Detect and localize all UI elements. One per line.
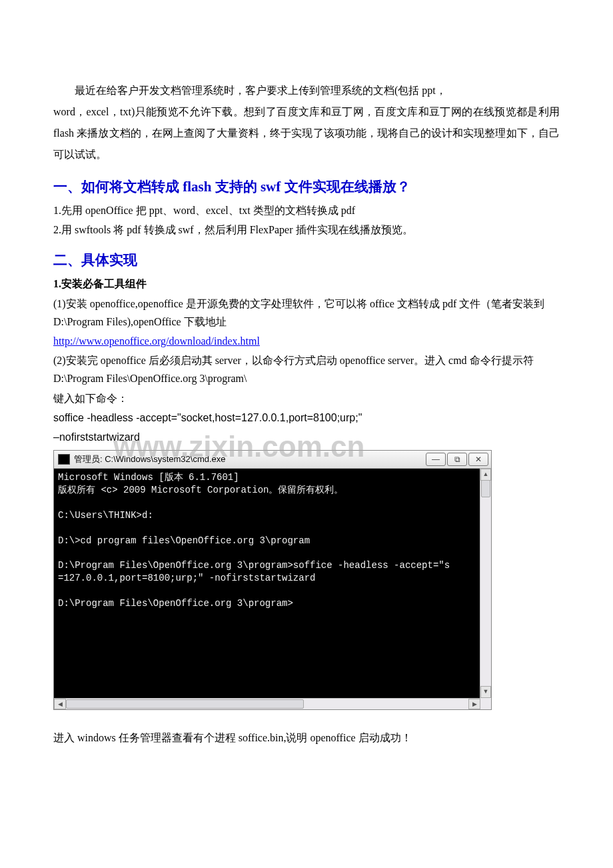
cmd-titlebar[interactable]: 管理员: C:\Windows\system32\cmd.exe — ⧉ ✕ [54,451,491,469]
resize-grip-icon[interactable] [480,699,491,709]
command-line-1: soffice -headless -accept="socket,host=1… [53,409,560,427]
horizontal-scrollbar[interactable]: ◀ ▶ [54,698,480,709]
cmd-output: Microsoft Windows [版本 6.1.7601] 版权所有 <c>… [54,469,480,698]
intro-line-1: 最近在给客户开发文档管理系统时，客户要求上传到管理系统的文档(包括 ppt， [53,80,560,101]
step-1-p3: 键入如下命令： [53,389,560,407]
section-1-title: 一、如何将文档转成 flash 支持的 swf 文件实现在线播放？ [53,177,560,196]
scroll-right-icon[interactable]: ▶ [468,699,480,709]
scroll-up-icon[interactable]: ▲ [480,469,491,481]
after-cmd-text: 进入 windows 任务管理器查看有个进程 soffice.bin,说明 op… [53,729,560,748]
command-line-2: –nofirststartwizard [53,428,560,446]
cmd-window: 管理员: C:\Windows\system32\cmd.exe — ⧉ ✕ M… [53,450,492,710]
step-1-p1: (1)安装 openoffice,openoffice 是开源免费的文字处理软件… [53,295,560,331]
cmd-title: 管理员: C:\Windows\system32\cmd.exe [74,453,424,465]
minimize-button[interactable]: — [426,453,446,466]
hscroll-thumb[interactable] [66,699,304,709]
scroll-left-icon[interactable]: ◀ [54,699,66,709]
openoffice-download-link[interactable]: http://www.openoffice.org/download/index… [53,335,260,347]
cmd-icon [58,454,70,465]
vertical-scrollbar[interactable]: ▲ ▼ [480,469,491,698]
step-1-p2: (2)安装完 openoffice 后必须启动其 server，以命令行方式启动… [53,351,560,387]
section-2-title: 二、具体实现 [53,251,560,269]
scroll-down-icon[interactable]: ▼ [480,686,491,698]
close-button[interactable]: ✕ [468,453,488,466]
maximize-button[interactable]: ⧉ [447,453,467,466]
section-1-line-1: 1.先用 openOffice 把 ppt、word、excel、txt 类型的… [53,201,560,219]
step-1-title: 1.安装必备工具组件 [53,275,560,293]
intro-line-2: word，excel，txt)只能预览不允许下载。想到了百度文库和豆丁网，百度文… [53,101,560,165]
vscroll-thumb[interactable] [481,480,490,497]
section-1-line-2: 2.用 swftools 将 pdf 转换成 swf，然后利用 FlexPape… [53,221,560,239]
